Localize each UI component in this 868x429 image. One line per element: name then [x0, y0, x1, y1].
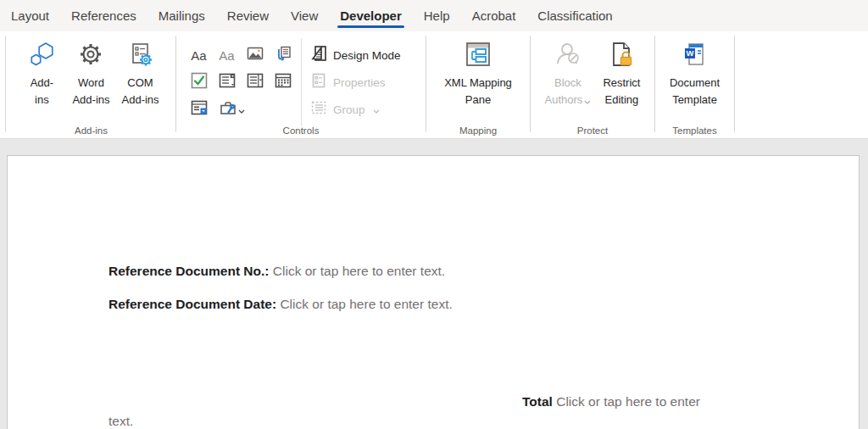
- protect-group-label: Protect: [531, 125, 654, 136]
- rich-text-aa-icon: Aa: [191, 48, 206, 63]
- mapping-group-label: Mapping: [426, 125, 530, 136]
- picture-control-button[interactable]: [241, 42, 269, 69]
- tab-layout[interactable]: Layout: [0, 0, 60, 31]
- combo-box-control-button[interactable]: [213, 69, 241, 96]
- date-picker-calendar-icon: [275, 72, 292, 92]
- document-template-label-line1: Document: [670, 76, 720, 89]
- design-mode-label: Design Mode: [333, 49, 401, 62]
- ribbon-group-templates: W Document Template Templates: [655, 31, 734, 138]
- ribbon-group-addins: Add- ins: [7, 31, 175, 138]
- checkbox-control-button[interactable]: [185, 69, 213, 96]
- group-icon: [310, 99, 327, 120]
- date-picker-control-button[interactable]: [269, 69, 297, 96]
- plain-text-aa-icon: Aa: [219, 48, 234, 63]
- restrict-editing-lock-icon: [607, 40, 636, 69]
- reference-no-line: Reference Document No.: Click or tap her…: [108, 264, 445, 279]
- com-add-ins-button[interactable]: COM Add-ins: [117, 31, 164, 109]
- xml-mapping-pane-icon: [464, 40, 492, 69]
- rich-text-control-button[interactable]: Aa: [185, 42, 213, 69]
- word-add-ins-label-line1: Word: [78, 76, 104, 89]
- properties-label: Properties: [333, 76, 386, 89]
- reference-date-content-control[interactable]: Click or tap here to enter text.: [280, 297, 452, 311]
- checkbox-icon: [191, 72, 208, 92]
- plain-text-control-button[interactable]: Aa: [213, 42, 241, 69]
- building-block-gallery-icon: [191, 99, 208, 120]
- combo-box-icon: [219, 72, 236, 92]
- tab-help[interactable]: Help: [413, 0, 461, 31]
- tab-review[interactable]: Review: [216, 0, 280, 31]
- document-canvas: Reference Document No.: Click or tap her…: [0, 139, 868, 429]
- tab-acrobat[interactable]: Acrobat: [461, 0, 527, 31]
- ribbon-tab-bar: Layout References Mailings Review View D…: [0, 0, 868, 31]
- chevron-down-icon: [238, 102, 245, 117]
- block-authors-icon: [554, 40, 582, 69]
- ribbon-group-protect: Block Authors Restrict Editing: [531, 31, 654, 138]
- tab-mailings[interactable]: Mailings: [147, 0, 216, 31]
- repeating-section-icon: [275, 45, 292, 65]
- tab-developer[interactable]: Developer: [329, 0, 413, 31]
- tab-view[interactable]: View: [280, 0, 329, 31]
- restrict-editing-label-line1: Restrict: [603, 76, 640, 89]
- block-authors-label-line1: Block: [554, 76, 581, 89]
- group-label-text: Group: [333, 103, 365, 116]
- templates-group-label: Templates: [655, 125, 734, 136]
- dropdown-list-control-button[interactable]: [241, 69, 269, 96]
- properties-button: Properties: [310, 69, 401, 96]
- word-add-ins-label-line2: Add-ins: [72, 93, 109, 106]
- dropdown-list-icon: [247, 72, 264, 92]
- add-ins-button[interactable]: Add- ins: [18, 31, 65, 109]
- legacy-tools-toolbox-icon: [220, 99, 236, 120]
- block-authors-label-line2: Authors: [545, 93, 583, 106]
- document-template-label-line2: Template: [672, 93, 717, 106]
- ribbon-group-mapping: XML Mapping Pane Mapping: [426, 31, 530, 138]
- gear-icon: [76, 40, 105, 69]
- document-template-button[interactable]: W Document Template: [665, 31, 725, 109]
- tab-classification[interactable]: Classification: [526, 0, 623, 31]
- design-mode-button[interactable]: Design Mode: [310, 42, 401, 69]
- add-ins-hexagon-icon: [27, 40, 56, 69]
- add-ins-label-line2: ins: [35, 93, 49, 106]
- repeating-section-control-button[interactable]: [269, 42, 297, 69]
- restrict-editing-label-line2: Editing: [605, 93, 639, 106]
- picture-icon: [247, 45, 264, 65]
- word-add-ins-button[interactable]: Word Add-ins: [67, 31, 114, 109]
- properties-icon: [310, 72, 327, 92]
- ribbon: Add- ins: [0, 31, 868, 139]
- svg-text:W: W: [686, 48, 693, 58]
- design-mode-icon: [310, 45, 327, 65]
- total-line-wrap: text.: [108, 414, 133, 429]
- restrict-editing-button[interactable]: Restrict Editing: [598, 31, 645, 109]
- addins-group-label: Add-ins: [7, 125, 175, 136]
- ribbon-group-controls: Aa Aa: [176, 31, 426, 138]
- legacy-tools-button[interactable]: [213, 96, 252, 123]
- group-divider: [734, 36, 735, 132]
- building-block-gallery-button[interactable]: [185, 96, 213, 123]
- total-content-control[interactable]: Click or tap here to enter: [556, 394, 700, 409]
- tab-references[interactable]: References: [60, 0, 147, 31]
- total-label: Total: [522, 394, 553, 409]
- reference-date-label: Reference Document Date:: [108, 297, 276, 311]
- add-ins-label-line1: Add-: [31, 76, 53, 89]
- com-add-ins-icon: [126, 40, 155, 69]
- xml-mapping-label-line2: Pane: [465, 93, 491, 106]
- com-add-ins-label-line2: Add-ins: [122, 93, 159, 106]
- word-window: Layout References Mailings Review View D…: [0, 0, 868, 429]
- reference-no-content-control[interactable]: Click or tap here to enter text.: [273, 264, 445, 278]
- group-divider: [5, 36, 6, 132]
- com-add-ins-label-line1: COM: [127, 76, 153, 89]
- reference-date-line: Reference Document Date: Click or tap he…: [108, 297, 453, 312]
- chevron-down-icon: [584, 92, 591, 109]
- total-line: Total Click or tap here to enter: [522, 394, 700, 410]
- group-button: Group: [310, 96, 401, 123]
- block-authors-button: Block Authors: [540, 31, 597, 109]
- page[interactable]: Reference Document No.: Click or tap her…: [7, 155, 860, 429]
- xml-mapping-pane-button[interactable]: XML Mapping Pane: [439, 31, 517, 109]
- controls-inner-divider: [301, 38, 302, 126]
- total-content-control-wrap[interactable]: text.: [108, 414, 133, 428]
- reference-no-label: Reference Document No.:: [108, 264, 269, 278]
- chevron-down-icon: [373, 102, 380, 117]
- xml-mapping-label-line1: XML Mapping: [444, 76, 512, 89]
- controls-group-label: Controls: [176, 125, 426, 136]
- document-template-word-icon: W: [681, 40, 709, 69]
